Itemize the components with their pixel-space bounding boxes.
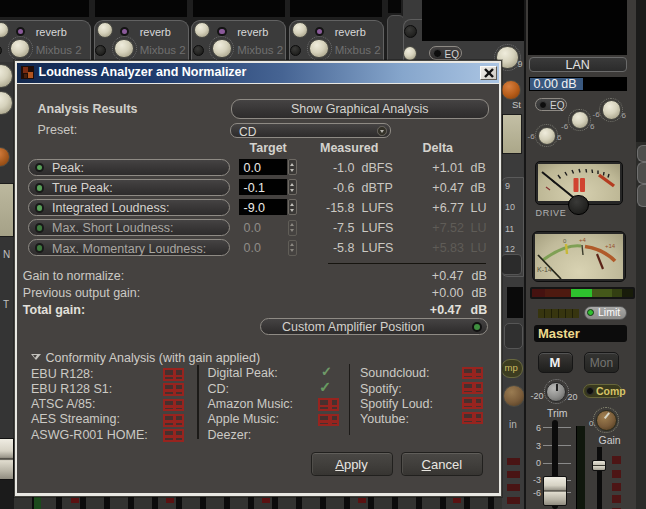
svg-text:+14: +14 xyxy=(605,243,616,249)
svg-text:0: 0 xyxy=(563,238,567,244)
svg-text:+4: +4 xyxy=(579,237,587,243)
svg-text:K-14: K-14 xyxy=(537,266,552,273)
